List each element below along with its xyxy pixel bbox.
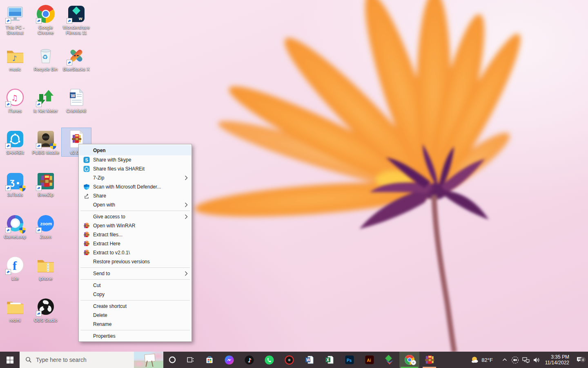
desktop-icon-pubg-mobile[interactable]: PUBG Mobile — [31, 128, 61, 157]
desktop-icon-iphone-folder[interactable]: iphone — [31, 254, 61, 283]
obs-studio-icon — [36, 297, 56, 316]
bluestacks-x-icon — [67, 46, 86, 65]
menu-item-scan-with-defender[interactable]: Scan with Microsoft Defender... — [79, 182, 191, 191]
taskbar-app-chrome[interactable]: ✳ — [399, 352, 419, 368]
desktop-icon-obs-studio[interactable]: OBS Studio — [31, 295, 61, 324]
menu-item-give-access-to[interactable]: Give access to — [79, 212, 191, 221]
search-highlights-image[interactable] — [134, 352, 163, 368]
taskbar: Type here to search ♪♪♪ — [0, 352, 588, 368]
3utools-icon: ʒ — [5, 171, 25, 191]
shortcut-arrow-icon — [5, 101, 11, 107]
tray-show-hidden-icons[interactable] — [499, 357, 510, 363]
menu-item-extract-here[interactable]: Extract Here — [79, 239, 191, 248]
desktop-icon-net-meter[interactable]: Ic Net Meter — [31, 86, 61, 115]
desktop-icon-bluestacks-x[interactable]: BlueStacks X — [61, 44, 91, 73]
menu-item-send-to[interactable]: Send to — [79, 269, 191, 278]
redmi-folder-icon — [5, 297, 25, 316]
desktop-icon-label: This PC - Shortcut — [0, 25, 30, 36]
menu-icon-slot — [83, 213, 90, 220]
desktop-icon-this-pc[interactable]: This PC - Shortcut — [0, 2, 30, 37]
desktop-icon-word-document[interactable]: W Crishfish8 — [61, 86, 91, 115]
taskbar-app-illustrator[interactable]: Ai — [359, 352, 379, 368]
svg-text:f: f — [13, 259, 17, 272]
windows-desktop: This PC - Shortcut Google Chrome w Wonde… — [0, 0, 588, 368]
desktop-icon-recycle-bin[interactable]: ♻ Recycle Bin — [31, 44, 61, 73]
menu-item-open-with-winrar[interactable]: Open with WinRAR — [79, 221, 191, 230]
svg-text:w: w — [78, 16, 82, 21]
desktop-icon-gameloop[interactable]: GameLoop — [0, 212, 30, 241]
menu-icon-slot — [83, 258, 90, 265]
menu-item-extract-files[interactable]: Extract files... — [79, 230, 191, 239]
submenu-chevron-icon — [184, 202, 188, 207]
menu-item-restore-previous-versions[interactable]: Restore previous versions — [79, 257, 191, 266]
menu-item-share-files-via-shareit[interactable]: Share files via SHAREit — [79, 164, 191, 173]
menu-item-properties[interactable]: Properties — [79, 332, 191, 341]
taskbar-app-messenger[interactable] — [219, 352, 239, 368]
menu-item-open[interactable]: Open — [79, 145, 191, 155]
menu-item-share-with-skype[interactable]: S Share with Skype — [79, 155, 191, 164]
winrar-icon — [83, 231, 90, 238]
menu-item-copy[interactable]: Copy — [79, 290, 191, 299]
tray-network[interactable] — [521, 357, 531, 363]
action-center-button[interactable]: 4 — [573, 356, 586, 364]
desktop-icon-itunes[interactable]: ♫ iTunes — [0, 86, 30, 115]
menu-item-share[interactable]: Share — [79, 191, 191, 200]
taskbar-app-photoshop[interactable]: Ps — [339, 352, 359, 368]
menu-icon-slot — [83, 202, 90, 208]
taskbar-app-screen-recorder[interactable] — [279, 352, 299, 368]
tray-meet-now[interactable] — [510, 356, 521, 364]
tray-volume[interactable] — [531, 357, 542, 364]
menu-item-extract-to-folder[interactable]: Extract to v2.0.1\ — [79, 248, 191, 257]
winrar-icon — [83, 240, 90, 247]
svg-text:S: S — [85, 157, 88, 162]
net-meter-icon — [36, 88, 56, 107]
defender-shield-icon — [83, 184, 90, 190]
desktop-icon-facebook-lite[interactable]: f Lite — [0, 254, 30, 283]
word-icon: W — [305, 355, 314, 365]
menu-item-7zip[interactable]: 7-Zip — [79, 173, 191, 182]
desktop-icon-breezip[interactable]: BreeZip — [31, 170, 61, 199]
taskbar-app-excel[interactable]: X — [319, 352, 339, 368]
excel-icon: X — [325, 355, 334, 365]
clock-widget[interactable]: 3:35 PM 11/14/2022 — [545, 354, 569, 366]
desktop-icon-label: SHAREit — [6, 150, 24, 155]
desktop-icon-google-chrome[interactable]: Google Chrome — [31, 2, 61, 37]
menu-item-delete[interactable]: Delete — [79, 311, 191, 320]
menu-item-cut[interactable]: Cut — [79, 281, 191, 290]
search-box[interactable]: Type here to search — [20, 352, 163, 368]
desktop-icon-filmora[interactable]: w Wondershare Filmora 11 — [61, 2, 91, 37]
svg-text:Ps: Ps — [347, 358, 352, 363]
messenger-icon — [224, 355, 234, 365]
menu-icon-slot — [83, 175, 90, 181]
desktop-icon-shareit[interactable]: SHAREit — [0, 128, 30, 157]
menu-item-create-shortcut[interactable]: Create shortcut — [79, 302, 191, 311]
uac-shield-icon — [19, 184, 26, 192]
taskbar-app-microsoft-store[interactable] — [199, 352, 219, 368]
menu-icon-slot — [83, 333, 90, 339]
shortcut-arrow-icon — [36, 311, 42, 316]
desktop-icon-label: Wondershare Filmora 11 — [62, 25, 91, 36]
shortcut-arrow-icon — [5, 185, 11, 191]
shortcut-arrow-icon — [5, 227, 11, 233]
menu-item-rename[interactable]: Rename — [79, 320, 191, 329]
cortana-button[interactable] — [163, 352, 181, 368]
taskbar-app-tiktok[interactable]: ♪♪♪ — [239, 352, 259, 368]
taskbar-app-word[interactable]: W — [299, 352, 319, 368]
taskbar-app-whatsapp[interactable] — [259, 352, 279, 368]
svg-text:X: X — [326, 358, 329, 362]
task-view-button[interactable] — [181, 352, 199, 368]
weather-widget[interactable]: 82°F — [470, 356, 493, 364]
desktop-icon-3utools[interactable]: ʒ 3uTools — [0, 170, 30, 199]
menu-item-open-with[interactable]: Open with — [79, 200, 191, 209]
desktop-icon-zoom[interactable]: zoom Zoom — [31, 212, 61, 241]
menu-separator — [80, 330, 190, 330]
start-button[interactable] — [0, 352, 20, 368]
desktop-icon-redmi-folder[interactable]: redmi — [0, 295, 30, 324]
desktop-icon-music-folder[interactable]: ♪ music — [0, 44, 30, 73]
svg-text:♪: ♪ — [248, 357, 252, 364]
menu-icon-slot — [83, 270, 90, 277]
shortcut-arrow-icon — [67, 18, 72, 24]
taskbar-app-winrar[interactable] — [419, 352, 439, 368]
taskbar-app-bluestacks[interactable] — [379, 352, 399, 368]
shortcut-arrow-icon — [36, 101, 42, 107]
